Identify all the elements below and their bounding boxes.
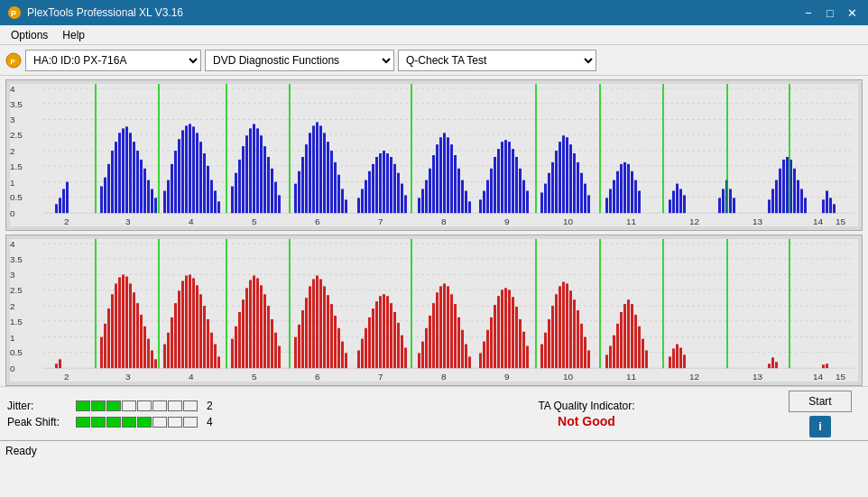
start-button[interactable]: Start <box>789 391 852 412</box>
svg-rect-232 <box>133 292 135 368</box>
menu-bar: Options Help <box>0 25 868 45</box>
svg-rect-133 <box>551 162 554 213</box>
svg-rect-166 <box>775 180 778 214</box>
svg-rect-160 <box>722 189 725 214</box>
svg-rect-278 <box>327 295 329 368</box>
svg-rect-237 <box>151 350 153 368</box>
start-section: Start i <box>780 391 861 437</box>
svg-rect-162 <box>729 189 732 214</box>
test-select[interactable]: Q-Check TA Test <box>398 50 596 71</box>
svg-rect-163 <box>733 198 735 213</box>
svg-rect-239 <box>163 345 166 369</box>
svg-rect-122 <box>501 142 503 213</box>
svg-rect-321 <box>508 290 511 368</box>
svg-rect-245 <box>185 275 188 368</box>
svg-rect-328 <box>544 333 547 369</box>
svg-rect-143 <box>587 195 590 213</box>
svg-rect-115 <box>468 201 471 213</box>
svg-rect-94 <box>383 151 385 213</box>
svg-rect-128 <box>522 180 525 214</box>
svg-rect-273 <box>309 286 311 368</box>
svg-text:12: 12 <box>689 216 700 226</box>
svg-rect-274 <box>312 279 315 368</box>
ps-seg-4 <box>122 417 136 428</box>
svg-rect-81 <box>327 142 329 213</box>
ps-seg-7 <box>168 417 182 428</box>
svg-rect-235 <box>143 327 146 368</box>
svg-rect-177 <box>829 198 832 213</box>
title-bar-left: P PlexTools Professional XL V3.16 <box>7 5 183 20</box>
svg-rect-95 <box>386 153 389 213</box>
svg-rect-269 <box>294 337 297 369</box>
svg-rect-222 <box>59 359 61 368</box>
svg-rect-22 <box>55 204 58 213</box>
svg-rect-346 <box>623 304 626 368</box>
svg-rect-359 <box>771 357 774 368</box>
svg-text:11: 11 <box>626 372 637 382</box>
svg-rect-117 <box>483 191 485 214</box>
svg-text:P: P <box>11 9 16 18</box>
svg-rect-149 <box>623 162 626 213</box>
svg-rect-121 <box>497 149 500 213</box>
svg-text:4: 4 <box>189 216 194 226</box>
title-controls: − □ ✕ <box>799 5 861 21</box>
peak-shift-value: 4 <box>207 416 213 428</box>
bottom-panel: Jitter: 2 Peak Shift: <box>0 386 868 440</box>
svg-rect-304 <box>439 286 442 368</box>
svg-text:6: 6 <box>315 216 320 226</box>
svg-rect-234 <box>140 315 143 368</box>
svg-rect-299 <box>421 342 424 369</box>
svg-rect-63 <box>249 128 252 213</box>
svg-rect-32 <box>122 128 125 213</box>
drive-select[interactable]: HA:0 ID:0 PX-716A <box>25 50 201 71</box>
svg-rect-33 <box>125 126 128 213</box>
svg-text:3: 3 <box>125 372 131 382</box>
info-button[interactable]: i <box>809 416 831 437</box>
svg-rect-293 <box>390 303 392 368</box>
minimize-button[interactable]: − <box>799 5 817 21</box>
svg-rect-252 <box>210 333 213 369</box>
ps-seg-2 <box>91 417 106 428</box>
svg-rect-48 <box>185 125 188 213</box>
svg-rect-246 <box>189 275 191 369</box>
svg-rect-255 <box>231 339 234 369</box>
svg-rect-107 <box>439 137 442 213</box>
svg-rect-296 <box>401 336 403 369</box>
function-select[interactable]: DVD Diagnostic Functions <box>205 50 394 71</box>
svg-rect-289 <box>375 301 378 368</box>
svg-rect-174 <box>804 198 807 213</box>
svg-text:9: 9 <box>504 216 510 226</box>
svg-rect-322 <box>512 297 514 368</box>
svg-rect-347 <box>627 299 630 368</box>
svg-rect-92 <box>375 157 378 213</box>
peak-shift-label: Peak Shift: <box>7 416 70 428</box>
svg-rect-164 <box>768 199 771 213</box>
app-icon: P <box>7 5 22 20</box>
svg-text:0: 0 <box>10 208 15 218</box>
svg-rect-337 <box>577 310 579 368</box>
svg-rect-159 <box>718 198 721 213</box>
svg-rect-294 <box>393 312 396 368</box>
svg-rect-119 <box>490 169 493 213</box>
svg-rect-340 <box>587 350 590 368</box>
svg-rect-326 <box>526 346 529 369</box>
svg-rect-331 <box>555 294 558 368</box>
svg-rect-353 <box>669 356 671 368</box>
svg-rect-87 <box>357 198 360 213</box>
svg-rect-172 <box>797 180 799 214</box>
svg-rect-141 <box>580 173 583 213</box>
menu-help[interactable]: Help <box>55 27 92 43</box>
svg-rect-332 <box>559 286 561 368</box>
menu-options[interactable]: Options <box>4 27 55 43</box>
svg-rect-233 <box>136 303 139 368</box>
svg-rect-355 <box>676 345 679 369</box>
svg-rect-268 <box>278 346 281 369</box>
close-button[interactable]: ✕ <box>843 5 861 21</box>
svg-rect-260 <box>249 280 252 368</box>
svg-text:10: 10 <box>563 372 574 382</box>
svg-rect-129 <box>526 191 529 214</box>
svg-rect-50 <box>192 126 195 213</box>
maximize-button[interactable]: □ <box>821 5 839 21</box>
svg-rect-76 <box>309 133 311 213</box>
svg-rect-244 <box>181 281 184 368</box>
